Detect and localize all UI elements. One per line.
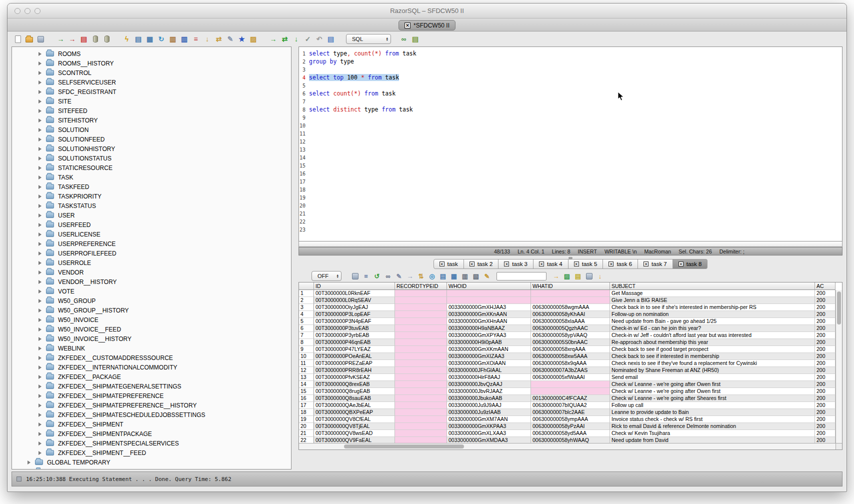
grid-cell[interactable]: 200 bbox=[815, 339, 836, 346]
database-tree-panel[interactable]: ROOMSROOMS__HISTORYSCONTROLSELFSERVICEUS… bbox=[12, 46, 292, 470]
grid-cell[interactable] bbox=[395, 311, 447, 318]
export-table-icon[interactable]: ▦ bbox=[145, 34, 154, 44]
grid-cell[interactable]: Nominated by Shane Freeman at ANZ (HR50) bbox=[610, 367, 815, 374]
tree-item-w50-invoice[interactable]: W50_INVOICE bbox=[12, 315, 291, 324]
editor-line[interactable]: 11 bbox=[299, 130, 842, 138]
grid-cell[interactable]: 00630000005QgzhAAC bbox=[531, 325, 610, 332]
close-document-icon[interactable]: ✕ bbox=[404, 22, 410, 28]
editor-line[interactable]: 3 bbox=[299, 66, 842, 74]
results-list-icon[interactable]: ≡ bbox=[191, 34, 200, 44]
tree-item-solutionhistory[interactable]: SOLUTIONHISTORY bbox=[12, 144, 291, 154]
tree-item-site[interactable]: SITE bbox=[12, 96, 291, 106]
tree-item-zkfedex-shipmentpackage[interactable]: ZKFEDEX__SHIPMENTPACKAGE bbox=[12, 429, 291, 438]
disclosure-triangle-icon[interactable] bbox=[28, 460, 30, 464]
reload-globe-icon[interactable]: ◎ bbox=[428, 272, 436, 280]
copy-table-icon[interactable]: ▧ bbox=[472, 272, 480, 280]
grid-cell[interactable]: 0033000000GmXLXAA3 bbox=[447, 430, 531, 437]
grid-cell[interactable]: 200 bbox=[815, 311, 836, 318]
tree-item-taskpriority[interactable]: TASKPRIORITY bbox=[12, 192, 291, 201]
disconnect-icon[interactable]: → bbox=[68, 34, 77, 44]
grid-cell[interactable]: 200 bbox=[815, 388, 836, 395]
grid-cell[interactable]: 200 bbox=[815, 304, 836, 311]
grid-cell[interactable]: 200 bbox=[815, 437, 836, 443]
disclosure-triangle-icon[interactable] bbox=[38, 52, 42, 56]
documentation-book-icon[interactable]: ▥ bbox=[180, 34, 189, 44]
grid-cell[interactable]: 006300000058ypVAAQ bbox=[531, 332, 610, 339]
results-grid[interactable]: IDRECORDTYPEIDWHOIDWHATIDSUBJECTAC100T30… bbox=[299, 282, 836, 443]
validate-check-icon[interactable]: ✓ bbox=[303, 34, 312, 44]
tree-item-zkfedex-shipmatescheduledjobssettings[interactable]: ZKFEDEX__SHIPMATESCHEDULEDJOBSSETTINGS bbox=[12, 410, 291, 420]
grid-cell[interactable]: 00T3000000QAeJbEAL bbox=[314, 402, 395, 409]
editor-line[interactable]: 5 bbox=[299, 82, 842, 90]
grid-cell[interactable]: 0033000000GmXPYAA3 bbox=[447, 332, 531, 339]
tree-item-w50-invoice-feed[interactable]: W50_INVOICE__FEED bbox=[12, 324, 291, 334]
grid-cell[interactable] bbox=[395, 332, 447, 339]
grid-row[interactable]: 1100T3000000PREZaEAP0033000000GmXOiAAN00… bbox=[299, 360, 836, 367]
tree-item-zkfedex-shipmatepreference-history[interactable]: ZKFEDEX__SHIPMATEPREFERENCE__HISTORY bbox=[12, 400, 291, 410]
grid-cell[interactable]: 00T3000000QBXPeEAP bbox=[314, 409, 395, 416]
zoom-window-button[interactable] bbox=[34, 8, 40, 14]
save-results-icon[interactable] bbox=[350, 272, 360, 280]
grid-cell[interactable] bbox=[395, 437, 447, 443]
grid-cell[interactable] bbox=[395, 409, 447, 416]
grid-cell[interactable] bbox=[531, 388, 610, 395]
results-tab-task-4[interactable]: ✕task 4 bbox=[534, 259, 568, 269]
outline-list-icon[interactable]: ▤ bbox=[410, 34, 420, 44]
grid-cell[interactable]: 00T3000000Q8rugEAB bbox=[314, 388, 395, 395]
tree-item-global-temporary[interactable]: GLOBAL TEMPORARY bbox=[12, 458, 291, 467]
tree-item-userfeed[interactable]: USERFEED bbox=[12, 220, 291, 230]
grid-cell[interactable]: Check-in w/ Jeff - couldn't afford last … bbox=[610, 332, 815, 339]
disclosure-triangle-icon[interactable] bbox=[38, 270, 42, 274]
tree-item-vendor-history[interactable]: VENDOR__HISTORY bbox=[12, 277, 291, 286]
grid-vscroll-thumb[interactable] bbox=[837, 292, 841, 324]
editor-line[interactable]: 17 bbox=[299, 178, 842, 186]
grid-row[interactable]: 1500T3000000Q8rugEAB0033000000JbvRJAAZCh… bbox=[299, 388, 836, 395]
grid-cell[interactable]: 0033000000GmXKnAAN bbox=[447, 311, 531, 318]
filter-results-icon[interactable]: ≡ bbox=[362, 272, 370, 280]
grid-cell[interactable]: 006300000058yPzAAI bbox=[531, 423, 610, 430]
editor-line[interactable]: 22 bbox=[299, 218, 842, 226]
close-tab-icon[interactable]: ✕ bbox=[470, 262, 474, 266]
grid-cell[interactable]: 006300000058wgmAAA bbox=[531, 304, 610, 311]
editor-hscrollbar[interactable] bbox=[298, 242, 842, 247]
disclosure-triangle-icon[interactable] bbox=[38, 422, 42, 426]
disclosure-triangle-icon[interactable] bbox=[38, 147, 42, 151]
grid-row-number[interactable]: 3 bbox=[299, 304, 314, 311]
grid-cell[interactable]: 00630000007bIQUAA2 bbox=[531, 402, 610, 409]
grid-cell[interactable]: 006300000058xw5AAA bbox=[531, 353, 610, 360]
grid-row-number[interactable]: 7 bbox=[299, 332, 314, 339]
editor-line[interactable]: 19 bbox=[299, 194, 842, 202]
grid-row-number[interactable]: 2 bbox=[299, 297, 314, 304]
editor-line[interactable]: 2group by type bbox=[299, 58, 842, 66]
disclosure-triangle-icon[interactable] bbox=[38, 118, 42, 122]
tree-item-taskfeed[interactable]: TASKFEED bbox=[12, 182, 291, 192]
close-tab-icon[interactable]: ✕ bbox=[644, 262, 648, 266]
grid-cell[interactable]: 200 bbox=[815, 402, 836, 409]
grid-cell[interactable]: 00T3000000P3tuvEAB bbox=[314, 325, 395, 332]
grid-cell[interactable]: 0033000000JbukoAAB bbox=[447, 395, 531, 402]
grid-header-cell[interactable]: WHATID bbox=[531, 282, 610, 290]
undo-icon[interactable]: ↶ bbox=[314, 34, 324, 44]
grid-cell[interactable]: Rick to email David & reference Delmonte… bbox=[610, 423, 815, 430]
grid-cell[interactable]: 200 bbox=[815, 360, 836, 367]
results-tab-task-5[interactable]: ✕task 5 bbox=[568, 259, 604, 269]
database-icon[interactable] bbox=[102, 34, 112, 44]
grid-cell[interactable]: 00T3000000L0RqSEAV bbox=[314, 297, 395, 304]
grid-cell[interactable]: 200 bbox=[815, 395, 836, 402]
tree-item-weblink[interactable]: WEBLINK bbox=[12, 344, 291, 353]
grid-cell[interactable]: Send email bbox=[610, 374, 815, 381]
export-data-icon[interactable]: ↓ bbox=[202, 34, 212, 44]
grid-cell[interactable]: Check back to see if good target prospec… bbox=[610, 346, 815, 353]
favorites-star-icon[interactable]: ★ bbox=[237, 34, 246, 44]
grid-cell[interactable]: 0033000000JFhGlAAL bbox=[447, 367, 531, 374]
editor-line[interactable]: 13 bbox=[299, 146, 842, 154]
editor-line[interactable]: 1select type, count(*) from task bbox=[299, 50, 842, 58]
grid-cell[interactable]: Check back in to see if she's interested… bbox=[610, 304, 815, 311]
grid-cell[interactable]: Leanne to provide update to Bain bbox=[610, 409, 815, 416]
grid-header-cell[interactable]: ID bbox=[314, 282, 395, 290]
grid-cell[interactable]: 00T3000000Q8sauEAB bbox=[314, 395, 395, 402]
grid-cell[interactable] bbox=[395, 367, 447, 374]
title-bar[interactable]: RazorSQL – SFDCW50 II bbox=[8, 4, 846, 18]
preview-glasses-icon[interactable]: ∞ bbox=[399, 34, 408, 44]
tree-item-sitefeed[interactable]: SITEFEED bbox=[12, 106, 291, 116]
